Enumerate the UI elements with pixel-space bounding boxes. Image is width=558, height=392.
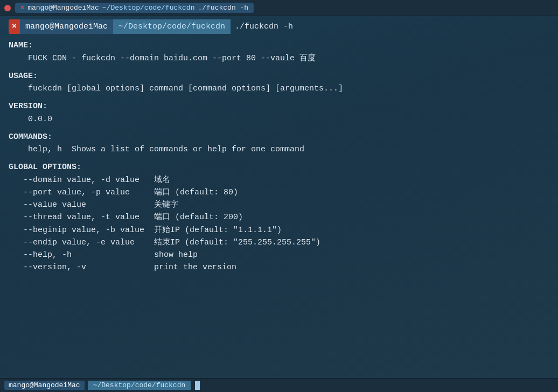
options-list: --domain value, -d value 域名 --port value… (9, 174, 549, 274)
close-icon[interactable]: ● (4, 5, 11, 11)
option-row: --beginip value, -b value 开始IP (default:… (9, 224, 549, 236)
bottom-path: ~/Desktop/code/fuckcdn (88, 381, 191, 390)
version-value: 0.0.0 (9, 113, 549, 125)
global-options-header: GLOBAL OPTIONS: (9, 161, 549, 173)
option-row: --endip value, -e value 结束IP (default: "… (9, 236, 549, 249)
option-row: --domain value, -d value 域名 (9, 174, 549, 186)
title-bar: ● × mango@MangodeiMac ~/Desktop/code/fuc… (0, 0, 558, 16)
usage-section: USAGE: fuckcdn [global options] command … (9, 70, 549, 95)
commands-header: COMMANDS: (9, 131, 549, 143)
commands-value: help, h Shows a list of commands or help… (9, 143, 549, 156)
version-header: VERSION: (9, 100, 549, 113)
tab-cmd-label: ./fuckcdn -h (198, 4, 248, 12)
prompt-row: × mango@MangodeiMac ~/Desktop/code/fuckc… (9, 19, 549, 34)
bottom-bar: mango@MangodeiMac ~/Desktop/code/fuckcdn (0, 378, 558, 392)
bottom-user: mango@MangodeiMac (4, 381, 85, 390)
version-section: VERSION: 0.0.0 (9, 100, 549, 125)
terminal-window: ● × mango@MangodeiMac ~/Desktop/code/fuc… (0, 0, 558, 392)
prompt-x-icon: × (9, 19, 20, 34)
global-options-section: GLOBAL OPTIONS: --domain value, -d value… (9, 161, 549, 274)
prompt-cmd: ./fuckcdn -h (231, 19, 297, 34)
tab-user-label: mango@MangodeiMac (27, 4, 99, 12)
usage-header: USAGE: (9, 70, 549, 82)
option-row: --version, -v print the version (9, 261, 549, 274)
option-row: --value value 关键字 (9, 199, 549, 211)
option-row: --port value, -p value 端口 (default: 80) (9, 186, 549, 199)
name-value: FUCK CDN - fuckcdn --domain baidu.com --… (9, 52, 549, 65)
tab-path-label: ~/Desktop/code/fuckcdn (102, 4, 195, 12)
active-tab[interactable]: × mango@MangodeiMac ~/Desktop/code/fuckc… (15, 3, 254, 13)
name-header: NAME: (9, 39, 549, 52)
option-row: --thread value, -t value 端口 (default: 20… (9, 211, 549, 223)
commands-section: COMMANDS: help, h Shows a list of comman… (9, 131, 549, 156)
option-row: --help, -h show help (9, 249, 549, 261)
prompt-user: mango@MangodeiMac (20, 19, 113, 34)
cursor (195, 381, 200, 390)
prompt-path: ~/Desktop/code/fuckcdn (113, 19, 231, 34)
usage-value: fuckcdn [global options] command [comman… (9, 82, 549, 95)
name-section: NAME: FUCK CDN - fuckcdn --domain baidu.… (9, 39, 549, 65)
tab-x-icon: × (20, 4, 24, 12)
terminal-content: × mango@MangodeiMac ~/Desktop/code/fuckc… (0, 16, 558, 378)
